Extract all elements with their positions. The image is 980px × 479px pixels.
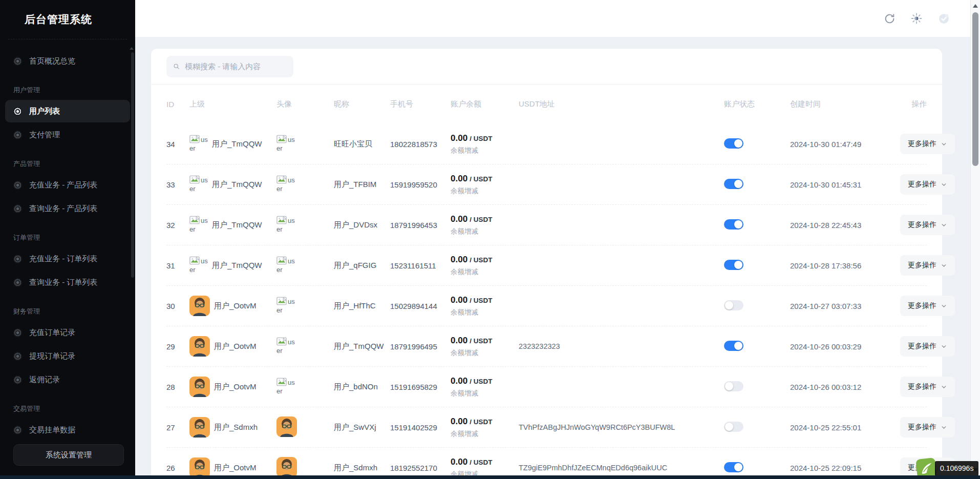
column-header: 账户状态 bbox=[724, 99, 790, 109]
cell-phone: 15191695829 bbox=[390, 383, 451, 391]
balance-adjust-link[interactable]: 余额增减 bbox=[451, 186, 478, 196]
sidebar-item[interactable]: 返佣记录 bbox=[5, 368, 130, 391]
cell-created-time: 2024-10-25 22:55:01 bbox=[790, 423, 900, 432]
more-actions-label: 更多操作 bbox=[908, 301, 936, 310]
column-header: 操作 bbox=[900, 99, 927, 109]
parent-name: 用户_TmQQW bbox=[212, 220, 262, 230]
more-actions-button[interactable]: 更多操作 bbox=[900, 215, 955, 235]
verified-badge-icon[interactable] bbox=[937, 12, 950, 25]
sidebar-scroll-up-icon[interactable] bbox=[130, 47, 134, 50]
sidebar-item-label: 支付管理 bbox=[29, 130, 60, 140]
more-actions-button[interactable]: 更多操作 bbox=[900, 296, 955, 316]
page-scrollbar[interactable] bbox=[970, 0, 980, 479]
theme-toggle-icon[interactable] bbox=[910, 12, 923, 25]
parent-name: 用户_TmQQW bbox=[212, 261, 262, 270]
more-actions-button[interactable]: 更多操作 bbox=[900, 174, 955, 195]
parent-name: 用户_OotvM bbox=[214, 382, 257, 392]
sidebar-item[interactable]: 充值订单记录 bbox=[5, 321, 130, 344]
balance-adjust-link[interactable]: 余额增减 bbox=[451, 429, 478, 439]
status-toggle[interactable] bbox=[724, 219, 743, 230]
cell-actions: 更多操作 bbox=[900, 336, 955, 357]
more-actions-button[interactable]: 更多操作 bbox=[900, 336, 955, 357]
cell-nickname: 用户_DVDsx bbox=[334, 220, 390, 230]
table-row: 27 用户_Sdmxh 用户_SwVXj 15191402529 bbox=[166, 407, 927, 448]
cell-avatar: user bbox=[276, 256, 334, 275]
status-toggle[interactable] bbox=[724, 381, 743, 391]
column-header: 头像 bbox=[276, 99, 334, 109]
status-toggle[interactable] bbox=[724, 300, 743, 310]
parent-name: 用户_OotvM bbox=[214, 342, 257, 351]
table-row: 28 用户_OotvM user 用户_bdNOn 15191695829 0.… bbox=[166, 367, 927, 407]
cell-avatar: user bbox=[276, 378, 334, 396]
chevron-down-icon bbox=[941, 424, 947, 431]
scrollbar-thumb[interactable] bbox=[972, 12, 978, 166]
balance-adjust-link[interactable]: 余额增减 bbox=[451, 146, 478, 155]
cell-balance: 0.00 / USDT 余额增减 bbox=[451, 295, 519, 317]
menu-dot-icon bbox=[13, 107, 22, 116]
balance-unit: / USDT bbox=[470, 418, 492, 426]
broken-image: user bbox=[189, 175, 208, 194]
balance-adjust-link[interactable]: 余额增减 bbox=[451, 308, 478, 317]
cell-status bbox=[724, 179, 790, 191]
menu-dot-icon bbox=[13, 376, 22, 384]
sidebar-item[interactable]: 充值业务 - 产品列表 bbox=[5, 174, 130, 196]
balance-unit: / USDT bbox=[470, 256, 492, 264]
scrollbar-up-arrow-icon[interactable] bbox=[973, 4, 978, 8]
system-settings-button[interactable]: 系统设置管理 bbox=[13, 444, 124, 466]
sidebar-item[interactable]: 首页概况总览 bbox=[5, 50, 130, 72]
sidebar-item[interactable]: 支付管理 bbox=[5, 123, 130, 146]
page-load-time: 0.106996s bbox=[935, 461, 978, 476]
cell-phone: 15919959520 bbox=[390, 180, 451, 189]
sidebar-item[interactable]: 用户列表 bbox=[5, 100, 130, 122]
column-header: 创建时间 bbox=[790, 99, 900, 109]
cell-avatar: user bbox=[276, 216, 334, 234]
cell-actions: 更多操作 bbox=[900, 215, 955, 235]
sidebar-item[interactable]: 查询业务 - 产品列表 bbox=[5, 197, 130, 220]
more-actions-label: 更多操作 bbox=[908, 261, 936, 270]
balance-unit: / USDT bbox=[470, 135, 492, 142]
user-avatar bbox=[276, 457, 297, 477]
more-actions-label: 更多操作 bbox=[908, 220, 936, 230]
more-actions-button[interactable]: 更多操作 bbox=[900, 417, 955, 438]
table-header: ID上级头像昵称手机号账户余额USDT地址账户状态创建时间操作 bbox=[166, 85, 927, 124]
sidebar-section-label: 交易管理 bbox=[5, 391, 130, 418]
menu-dot-icon bbox=[13, 57, 22, 66]
status-toggle[interactable] bbox=[724, 462, 743, 472]
search-input[interactable] bbox=[185, 62, 287, 71]
broken-image: user bbox=[276, 337, 295, 356]
cell-nickname: 用户_bdNOn bbox=[334, 382, 390, 392]
balance-adjust-link[interactable]: 余额增减 bbox=[451, 348, 478, 358]
cell-usdt-address: TVhPfzABgJHJnWoGYqW9RCt6PcY3BUFW8L bbox=[519, 423, 724, 431]
more-actions-button[interactable]: 更多操作 bbox=[900, 377, 955, 397]
sidebar-scrollbar-thumb[interactable] bbox=[131, 52, 134, 278]
sidebar-item[interactable]: 交易挂单数据 bbox=[5, 419, 130, 441]
cell-status bbox=[724, 462, 790, 474]
balance-adjust-link[interactable]: 余额增减 bbox=[451, 227, 478, 236]
cell-created-time: 2024-10-26 00:03:12 bbox=[790, 383, 900, 391]
balance-amount: 0.00 bbox=[451, 214, 467, 224]
refresh-icon[interactable] bbox=[883, 12, 896, 25]
status-toggle[interactable] bbox=[724, 341, 743, 351]
status-toggle[interactable] bbox=[724, 422, 743, 432]
cell-balance: 0.00 / USDT 余额增减 bbox=[451, 133, 519, 155]
sidebar-item[interactable]: 查询业务 - 订单列表 bbox=[5, 271, 130, 294]
sidebar-item[interactable]: 提现订单记录 bbox=[5, 345, 130, 367]
menu-dot-icon bbox=[13, 255, 22, 263]
balance-adjust-link[interactable]: 余额增减 bbox=[451, 389, 478, 398]
sidebar-item-label: 充值订单记录 bbox=[29, 328, 75, 338]
user-avatar bbox=[189, 336, 210, 357]
status-toggle[interactable] bbox=[724, 138, 743, 149]
cell-id: 34 bbox=[166, 140, 189, 149]
more-actions-button[interactable]: 更多操作 bbox=[900, 255, 955, 276]
top-header-bar bbox=[135, 0, 980, 37]
more-actions-button[interactable]: 更多操作 bbox=[900, 134, 955, 154]
status-toggle[interactable] bbox=[724, 260, 743, 270]
table-row: 31 user 用户_TmQQW user 用户_qFGIG 152311615… bbox=[166, 245, 927, 286]
sidebar-item[interactable]: 充值业务 - 订单列表 bbox=[5, 247, 130, 270]
cell-id: 32 bbox=[166, 221, 189, 230]
status-toggle[interactable] bbox=[724, 179, 743, 189]
cell-avatar: user bbox=[276, 297, 334, 315]
balance-adjust-link[interactable]: 余额增减 bbox=[451, 267, 478, 277]
parent-name: 用户_TmQQW bbox=[212, 180, 262, 190]
cell-id: 28 bbox=[166, 383, 189, 391]
